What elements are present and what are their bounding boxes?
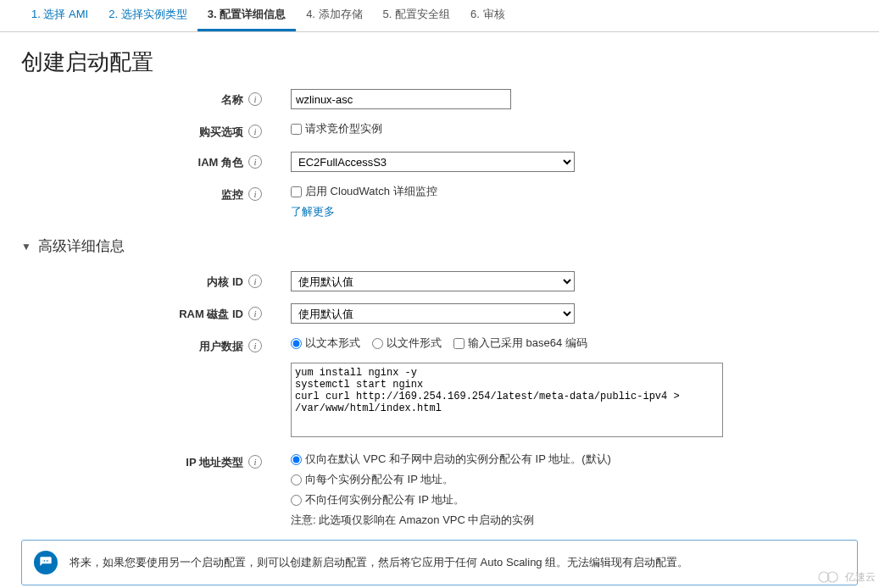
info-icon[interactable]: i — [248, 307, 262, 320]
step-5-security-group[interactable]: 5. 配置安全组 — [373, 0, 460, 31]
ip-note-text: 注意: 此选项仅影响在 Amazon VPC 中启动的实例 — [291, 513, 858, 528]
iam-role-label: IAM 角色 — [198, 156, 243, 169]
user-data-text-label: 以文本形式 — [305, 336, 360, 351]
kernel-id-label: 内核 ID — [207, 275, 243, 288]
ip-assign-each-label: 向每个实例分配公有 IP 地址。 — [305, 472, 453, 487]
iam-role-select[interactable]: EC2FullAccessS3 — [291, 152, 575, 172]
step-6-review[interactable]: 6. 审核 — [460, 0, 515, 31]
user-data-base64-checkbox[interactable] — [453, 338, 465, 349]
step-2-instance-type[interactable]: 2. 选择实例类型 — [98, 0, 197, 31]
info-notice-text: 将来，如果您要使用另一个启动配置，则可以创建新启动配置，然后将它应用于任何 Au… — [70, 555, 688, 570]
chat-bubble-icon — [34, 551, 58, 574]
ram-disk-id-label: RAM 磁盘 ID — [179, 308, 243, 320]
info-icon[interactable]: i — [248, 275, 262, 288]
step-4-add-storage[interactable]: 4. 添加存储 — [296, 0, 372, 31]
learn-more-link[interactable]: 了解更多 — [291, 205, 335, 218]
step-1-choose-ami[interactable]: 1. 选择 AMI — [21, 0, 98, 31]
purchase-option-label: 购买选项 — [199, 125, 243, 138]
basic-config-form: 名称i 购买选项i 请求竞价型实例 IAM 角色i EC2FullAccessS… — [21, 89, 858, 219]
info-icon[interactable]: i — [248, 92, 262, 106]
ip-assign-each-radio[interactable] — [291, 474, 302, 485]
info-icon[interactable]: i — [248, 125, 262, 138]
svg-point-2 — [47, 560, 49, 562]
cloudwatch-monitor-label: 启用 CloudWatch 详细监控 — [305, 184, 437, 199]
info-icon[interactable]: i — [248, 455, 262, 469]
caret-down-icon: ▼ — [21, 241, 31, 252]
ip-assign-none-radio[interactable] — [291, 495, 302, 506]
svg-point-0 — [42, 560, 44, 562]
advanced-config-form: 内核 IDi 使用默认值 RAM 磁盘 IDi 使用默认值 用户数据i 以文本形… — [21, 271, 858, 528]
user-data-base64-label: 输入已采用 base64 编码 — [468, 336, 587, 351]
ip-default-label: 仅向在默认 VPC 和子网中启动的实例分配公有 IP 地址。(默认) — [305, 452, 611, 467]
ram-disk-id-select[interactable]: 使用默认值 — [291, 303, 575, 324]
user-data-textarea[interactable] — [291, 363, 723, 437]
page-title: 创建启动配置 — [21, 47, 879, 77]
ip-address-type-label: IP 地址类型 — [186, 456, 243, 469]
ip-default-radio[interactable] — [291, 454, 302, 465]
spot-request-label: 请求竞价型实例 — [305, 121, 382, 136]
spot-request-checkbox[interactable] — [291, 124, 302, 135]
name-label: 名称 — [221, 93, 243, 106]
name-input[interactable] — [291, 89, 511, 109]
user-data-text-radio[interactable] — [291, 338, 302, 349]
ip-assign-none-label: 不向任何实例分配公有 IP 地址。 — [305, 492, 465, 508]
svg-point-1 — [45, 560, 47, 562]
info-notice: 将来，如果您要使用另一个启动配置，则可以创建新启动配置，然后将它应用于任何 Au… — [21, 540, 858, 585]
advanced-details-header: 高级详细信息 — [38, 236, 125, 256]
info-icon[interactable]: i — [248, 187, 262, 201]
user-data-file-label: 以文件形式 — [387, 336, 442, 351]
info-icon[interactable]: i — [248, 155, 262, 169]
user-data-file-radio[interactable] — [372, 338, 383, 349]
kernel-id-select[interactable]: 使用默认值 — [291, 271, 575, 291]
advanced-details-toggle[interactable]: ▼ 高级详细信息 — [21, 236, 879, 256]
user-data-label: 用户数据 — [199, 340, 243, 352]
wizard-steps: 1. 选择 AMI 2. 选择实例类型 3. 配置详细信息 4. 添加存储 5.… — [0, 0, 879, 32]
cloudwatch-monitor-checkbox[interactable] — [291, 186, 302, 197]
monitoring-label: 监控 — [221, 188, 243, 201]
step-3-configure-details[interactable]: 3. 配置详细信息 — [197, 0, 296, 31]
info-icon[interactable]: i — [248, 339, 262, 352]
